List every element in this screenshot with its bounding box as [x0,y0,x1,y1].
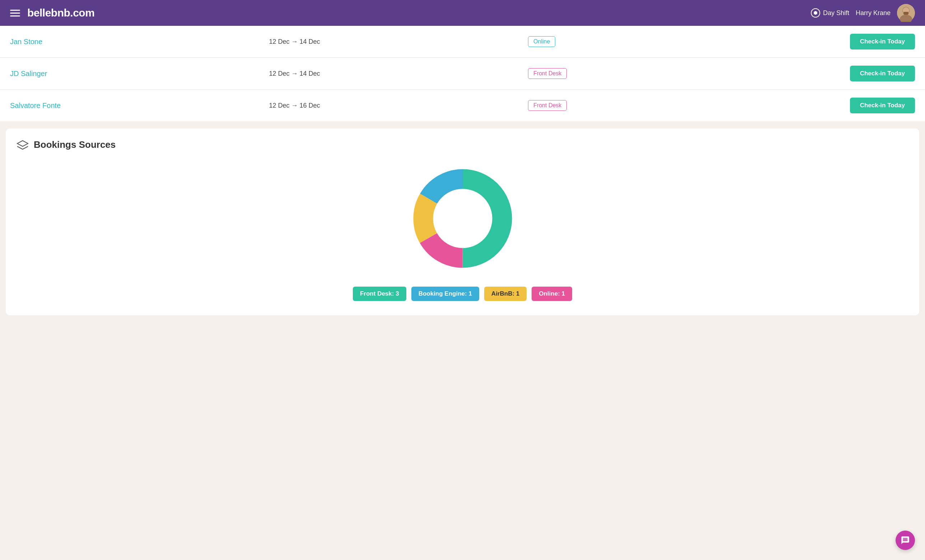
bookings-section: Jan Stone 12 Dec → 14 Dec Online Check-i… [0,26,925,121]
source-badge: Front Desk [528,100,567,111]
sources-header: Bookings Sources [17,139,908,150]
checkin-button[interactable]: Check-in Today [850,98,915,113]
avatar-image [897,4,915,22]
header-left: bellebnb.com [10,7,94,19]
bookings-table: Jan Stone 12 Dec → 14 Dec Online Check-i… [0,26,925,121]
donut-chart [405,161,520,276]
legend-booking-engine: Booking Engine: 1 [411,287,479,301]
svg-point-10 [433,189,492,248]
user-name: Harry Krane [856,9,890,17]
table-row: Salvatore Fonte 12 Dec → 16 Dec Front De… [0,90,925,122]
date-range: 12 Dec → 16 Dec [269,102,320,109]
svg-marker-5 [17,141,28,146]
layers-icon [17,140,29,150]
app-header: bellebnb.com Day Shift Harry Krane [0,0,925,26]
guest-name[interactable]: Jan Stone [10,38,42,45]
guest-name[interactable]: JD Salinger [10,70,47,78]
legend-airbnb: AirBnB: 1 [484,287,527,301]
source-badge: Front Desk [528,68,567,79]
day-shift-toggle[interactable]: Day Shift [811,8,849,18]
chart-container: Front Desk: 3 Booking Engine: 1 AirBnB: … [17,161,908,301]
date-range: 12 Dec → 14 Dec [269,70,320,77]
table-row: Jan Stone 12 Dec → 14 Dec Online Check-i… [0,26,925,58]
avatar[interactable] [897,4,915,22]
header-right: Day Shift Harry Krane [811,4,915,22]
table-row: JD Salinger 12 Dec → 14 Dec Front Desk C… [0,58,925,90]
guest-name[interactable]: Salvatore Fonte [10,102,61,110]
checkin-button[interactable]: Check-in Today [850,66,915,81]
legend-frontdesk: Front Desk: 3 [353,287,406,301]
checkin-button[interactable]: Check-in Today [850,34,915,50]
legend-online: Online: 1 [532,287,572,301]
date-range: 12 Dec → 14 Dec [269,38,320,45]
source-badge: Online [528,36,555,47]
brand-logo: bellebnb.com [27,7,94,19]
svg-rect-4 [904,12,908,15]
bookings-sources-card: Bookings Sources [6,128,919,315]
sources-title: Bookings Sources [34,139,116,150]
menu-button[interactable] [10,10,20,17]
legend: Front Desk: 3 Booking Engine: 1 AirBnB: … [353,287,572,301]
sun-icon [811,8,820,18]
day-shift-label: Day Shift [823,9,849,17]
